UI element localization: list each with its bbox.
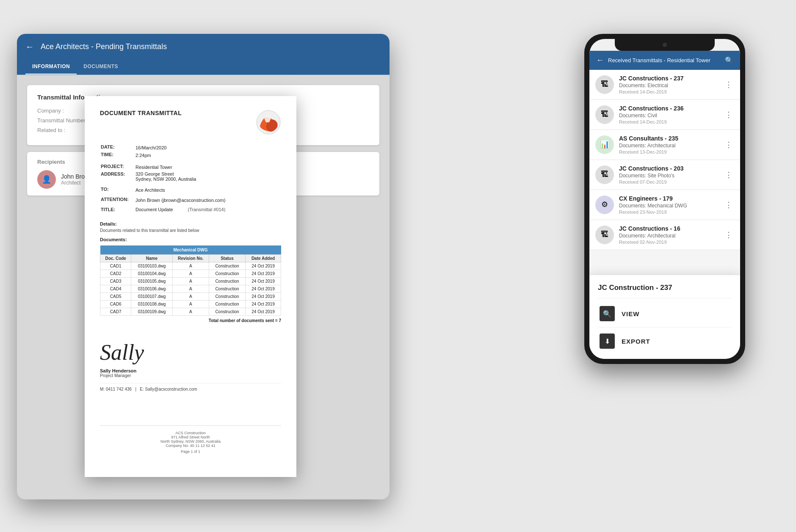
to-label: TO: — [101, 187, 135, 193]
doc-data-table: Mechanical DWG Doc. Code Name Revision N… — [100, 245, 281, 316]
phone-search-icon[interactable]: 🔍 — [725, 56, 733, 64]
list-item-documents: Documents: Electrical — [619, 83, 718, 88]
export-label: EXPORT — [622, 338, 650, 345]
title-row: Document Update (Transmittal #014) — [135, 207, 225, 212]
company-icon: 🏗 — [595, 226, 614, 244]
list-item-received: Received 07-Dec-2019 — [619, 179, 718, 185]
attention-label: ATTENTION: — [101, 197, 135, 204]
company-icon: 📊 — [595, 135, 614, 154]
phone-bottom-sheet: JC Construction - 237 🔍 VIEW ⬇ EXPORT — [589, 275, 740, 359]
date-value: 16/March/2020 — [135, 144, 225, 151]
list-item-menu-icon[interactable]: ⋮ — [723, 198, 734, 211]
attention-value: John Brown (jbrown@acsconstruction.com) — [135, 197, 225, 204]
to-value: Ace Architects — [135, 187, 225, 193]
project-label: PROJECT: — [101, 164, 135, 171]
list-item-documents: Documents: Architectural — [619, 143, 718, 149]
bottom-sheet-export-action[interactable]: ⬇ EXPORT — [598, 328, 732, 355]
doc-total: Total number of documents sent = 7 — [100, 318, 281, 323]
list-item-content: AS Consultants - 235 Documents: Architec… — [619, 135, 718, 154]
tablet: ← Ace Architects - Pending Transmittals … — [17, 34, 390, 499]
table-row: CAD403100106.dwgAConstruction24 Oct 2019 — [100, 285, 281, 293]
list-item-company: JC Constructions - 237 — [619, 75, 718, 82]
list-item-content: CX Engineers - 179 Documents: Mechanical… — [619, 195, 718, 215]
list-item-received: Received 13-Dec-2019 — [619, 149, 718, 154]
signature: Sally — [100, 340, 281, 365]
tablet-screen: ← Ace Architects - Pending Transmittals … — [17, 34, 390, 499]
signature-area: Sally Sally Henderson Project Manager M:… — [100, 340, 281, 391]
company-icon: ⚙ — [595, 196, 614, 214]
list-item[interactable]: 🏗 JC Constructions - 236 Documents: Civi… — [589, 100, 740, 130]
list-item[interactable]: 🏗 JC Constructions - 203 Documents: Site… — [589, 160, 740, 190]
project-value: Residential Tower — [135, 164, 225, 171]
notch-camera — [663, 43, 667, 47]
list-item-content: JC Constructions - 237 Documents: Electr… — [619, 75, 718, 94]
company-icon: 🏗 — [595, 105, 614, 124]
list-item[interactable]: ⚙ CX Engineers - 179 Documents: Mechanic… — [589, 190, 740, 220]
table-row: CAD603100108.dwgAConstruction24 Oct 2019 — [100, 300, 281, 308]
list-item-menu-icon[interactable]: ⋮ — [723, 229, 734, 241]
table-row: CAD503100107.dwgAConstruction24 Oct 2019 — [100, 293, 281, 300]
doc-title: DOCUMENT TRANSMITTAL — [100, 110, 182, 116]
list-item-menu-icon[interactable]: ⋮ — [723, 78, 734, 91]
phone-header-title: Received Transmittals - Residential Towe… — [608, 57, 721, 63]
tab-information[interactable]: INFORMATION — [25, 59, 77, 74]
document-overlay: DOCUMENT TRANSMITTAL DATE: 16/March/2020 — [85, 96, 296, 477]
email-value: Sally@acsconstruction.com — [145, 387, 197, 391]
list-item-menu-icon[interactable]: ⋮ — [723, 168, 734, 181]
phone-screen: ← Received Transmittals - Residential To… — [589, 39, 740, 359]
list-item[interactable]: 📊 AS Consultants - 235 Documents: Archit… — [589, 130, 740, 160]
address-value: 320 George Street Sydney, NSW 2000, Aust… — [135, 171, 225, 182]
footer-company: ACS Construction — [100, 431, 281, 435]
list-item[interactable]: 🏗 JC Constructions - 237 Documents: Elec… — [589, 70, 740, 100]
table-row: CAD203100104.dwgAConstruction24 Oct 2019 — [100, 270, 281, 278]
time-label: TIME: — [101, 152, 135, 159]
list-item-menu-icon[interactable]: ⋮ — [723, 138, 734, 151]
phone-notch — [615, 39, 715, 51]
doc-logo — [256, 110, 281, 135]
tablet-tabs: INFORMATION DOCUMENTS — [17, 59, 390, 75]
tablet-back-arrow[interactable]: ← — [25, 42, 34, 52]
phone-back-arrow[interactable]: ← — [596, 56, 604, 65]
list-item-content: JC Constructions - 16 Documents: Archite… — [619, 225, 718, 245]
view-icon-box: 🔍 — [600, 306, 615, 321]
col-name: Name — [131, 255, 172, 262]
address-label: ADDRESS: — [101, 171, 135, 182]
list-item-documents: Documents: Site Photo's — [619, 173, 718, 179]
export-icon-box: ⬇ — [600, 334, 615, 349]
mobile-value: 0411 742 436 — [106, 387, 132, 391]
list-item-received: Received 02-Nov-2019 — [619, 240, 718, 245]
email-label: E: — [140, 387, 144, 391]
details-text: Documents related to this transmittal ar… — [100, 228, 281, 233]
col-doc-code: Doc. Code — [100, 255, 131, 262]
list-item-company: JC Constructions - 203 — [619, 165, 718, 172]
phone-header: ← Received Transmittals - Residential To… — [589, 51, 740, 70]
doc-footer: ACS Construction 971 Alfred Street North… — [100, 425, 281, 454]
table-row: CAD303100105.dwgAConstruction24 Oct 2019 — [100, 278, 281, 285]
list-item-received: Received 14-Dec-2019 — [619, 89, 718, 94]
doc-meta-table: DATE: 16/March/2020 TIME: 2:24pm PROJECT… — [100, 143, 226, 215]
tab-documents[interactable]: DOCUMENTS — [77, 59, 125, 74]
col-revision: Revision No. — [172, 255, 209, 262]
list-item[interactable]: 🏗 JC Constructions - 16 Documents: Archi… — [589, 220, 740, 250]
svg-text:🏗: 🏗 — [601, 80, 608, 88]
doc-header: DOCUMENT TRANSMITTAL — [100, 110, 281, 135]
tablet-content: Transmittal Information Company : Transm… — [17, 75, 390, 499]
company-icon: 🏗 — [595, 75, 614, 94]
list-item-company: CX Engineers - 179 — [619, 195, 718, 202]
col-date: Date Added — [245, 255, 281, 262]
list-item-content: JC Constructions - 203 Documents: Site P… — [619, 165, 718, 185]
mobile-label: M: — [100, 387, 105, 391]
svg-text:📊: 📊 — [600, 140, 610, 149]
title-label: TITLE: — [101, 207, 135, 214]
list-item-documents: Documents: Architectural — [619, 233, 718, 239]
list-item-menu-icon[interactable]: ⋮ — [723, 108, 734, 121]
list-item-received: Received 14-Dec-2019 — [619, 119, 718, 124]
bottom-sheet-view-action[interactable]: 🔍 VIEW — [598, 300, 732, 328]
phone-list: 🏗 JC Constructions - 237 Documents: Elec… — [589, 70, 740, 275]
svg-text:⚙: ⚙ — [601, 200, 608, 209]
list-item-content: JC Constructions - 236 Documents: Civil … — [619, 105, 718, 124]
svg-text:🏗: 🏗 — [601, 230, 608, 239]
company-icon: 🏗 — [595, 165, 614, 184]
details-heading: Details: — [100, 221, 281, 226]
phone: ← Received Transmittals - Residential To… — [584, 34, 745, 364]
